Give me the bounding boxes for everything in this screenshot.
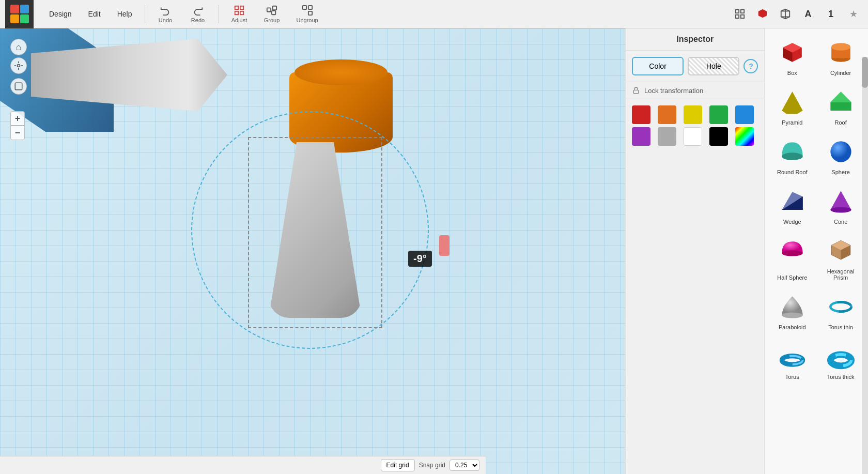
shape-item-pyramid[interactable]: Pyramid xyxy=(769,82,815,130)
shape-item-cylinder[interactable]: Cylinder xyxy=(817,33,864,80)
scrollbar[interactable] xyxy=(862,57,868,474)
edit-menu[interactable]: Edit xyxy=(82,8,107,20)
cylinder-icon xyxy=(825,37,856,68)
separator-2 xyxy=(219,5,219,23)
undo-label: Undo xyxy=(159,17,172,23)
adjust-button[interactable]: Adjust xyxy=(225,3,254,25)
sphere-icon xyxy=(825,136,856,167)
svg-rect-29 xyxy=(830,102,851,111)
color-swatch-red[interactable] xyxy=(632,105,650,124)
zoom-out-button[interactable]: − xyxy=(10,126,25,140)
color-swatch-rainbow[interactable] xyxy=(735,127,754,146)
svg-rect-19 xyxy=(633,90,638,94)
star-button[interactable]: ★ xyxy=(844,5,863,23)
right-panel: Inspector Color Hole ? Lock transformati… xyxy=(625,28,868,474)
shape-item-wedge[interactable]: Wedge xyxy=(769,181,815,229)
edit-grid-button[interactable]: Edit grid xyxy=(381,459,415,471)
hex-prism-label: Hexagonal Prism xyxy=(819,268,862,281)
shape-item-torus[interactable]: Torus xyxy=(769,337,815,384)
zoom-controls: + − xyxy=(10,111,25,140)
3d-view-button[interactable] xyxy=(753,5,772,23)
undo-button[interactable]: Undo xyxy=(151,3,180,25)
scrollbar-thumb[interactable] xyxy=(862,57,868,88)
shape-item-round-roof[interactable]: Round Roof xyxy=(769,132,815,179)
torus-thick-icon xyxy=(825,341,856,372)
svg-point-25 xyxy=(831,43,850,51)
svg-point-42 xyxy=(782,312,802,318)
shape-item-paraboloid[interactable]: Paraboloid xyxy=(769,287,815,334)
color-palette xyxy=(626,99,764,474)
cone-label: Cone xyxy=(834,219,847,225)
redo-button[interactable]: Redo xyxy=(184,3,212,25)
pyramid-label: Pyramid xyxy=(782,119,802,126)
svg-point-49 xyxy=(837,358,845,362)
separator-1 xyxy=(145,5,145,23)
shape-item-cone[interactable]: Cone xyxy=(817,181,864,229)
hex-prism-icon xyxy=(825,235,856,266)
canvas-objects: -9° xyxy=(0,28,729,474)
shape-item-roof[interactable]: Roof xyxy=(817,82,864,130)
shape-item-torus-thin[interactable]: Torus thin xyxy=(817,287,864,334)
shape-item-half-sphere[interactable]: Half Sphere xyxy=(769,231,815,285)
shapes-list: Box Cylinder Pyramid xyxy=(765,28,868,474)
svg-rect-5 xyxy=(273,6,276,10)
rotation-handle[interactable] xyxy=(439,235,450,256)
inspector-help-button[interactable]: ? xyxy=(743,59,758,73)
redo-label: Redo xyxy=(191,17,205,23)
color-swatch-white[interactable] xyxy=(684,127,702,146)
color-swatch-green[interactable] xyxy=(709,105,728,124)
round-roof-label: Round Roof xyxy=(777,169,808,175)
svg-marker-27 xyxy=(782,91,802,114)
hole-button[interactable]: Hole xyxy=(688,57,739,75)
home-view-button[interactable]: ⌂ xyxy=(10,39,27,55)
color-swatch-orange[interactable] xyxy=(658,105,676,124)
svg-point-31 xyxy=(830,141,851,162)
design-menu[interactable]: Design xyxy=(43,8,78,20)
color-swatch-gray[interactable] xyxy=(658,127,676,146)
color-swatch-black[interactable] xyxy=(709,127,728,146)
group-button[interactable]: Group xyxy=(258,3,286,25)
snap-grid-select[interactable]: 0.25 0.5 1 xyxy=(450,460,479,471)
svg-rect-12 xyxy=(736,15,739,18)
ungroup-button[interactable]: Ungroup xyxy=(290,3,324,25)
view-controls: ⌂ xyxy=(10,39,27,95)
torus-label: Torus xyxy=(785,374,799,380)
number-button[interactable]: 1 xyxy=(822,5,840,23)
lock-transform: Lock transformation xyxy=(626,82,764,99)
perspective-button[interactable] xyxy=(776,5,795,23)
torus-thin-label: Torus thin xyxy=(828,324,853,330)
color-swatch-purple[interactable] xyxy=(632,127,650,146)
grid-view-button[interactable] xyxy=(731,5,749,23)
svg-marker-28 xyxy=(830,91,851,102)
pyramid-icon xyxy=(777,86,808,117)
cylinder-label: Cylinder xyxy=(830,70,851,76)
inspector-controls: Color Hole ? xyxy=(626,51,764,82)
color-swatch-blue[interactable] xyxy=(735,105,754,124)
group-label: Group xyxy=(264,17,280,23)
shape-item-box[interactable]: Box xyxy=(769,33,815,80)
lock-transform-label: Lock transformation xyxy=(644,87,703,95)
shape-item-torus-thick[interactable]: Torus thick xyxy=(817,337,864,384)
paraboloid-label: Paraboloid xyxy=(779,324,806,330)
svg-point-17 xyxy=(18,65,20,67)
font-button[interactable]: A xyxy=(799,5,817,23)
canvas-area[interactable]: -9° ⌂ + − Edit grid Snap grid 0.25 0.5 1 xyxy=(0,28,729,474)
svg-point-37 xyxy=(782,250,802,256)
svg-rect-10 xyxy=(736,10,739,13)
zoom-in-button[interactable]: + xyxy=(10,111,25,126)
angle-indicator: -9° xyxy=(408,251,432,267)
shape-item-sphere[interactable]: Sphere xyxy=(817,132,864,179)
svg-point-30 xyxy=(782,152,802,160)
navigation-button[interactable] xyxy=(10,57,27,74)
toolbar: Design Edit Help Undo Redo Adjust xyxy=(0,0,868,28)
gray-pen-shape[interactable] xyxy=(31,39,227,111)
selected-shape[interactable] xyxy=(258,142,372,318)
color-swatch-yellow[interactable] xyxy=(684,105,702,124)
reset-view-button[interactable] xyxy=(10,78,27,95)
tinkercad-logo[interactable] xyxy=(5,0,34,28)
shape-item-hex-prism[interactable]: Hexagonal Prism xyxy=(817,231,864,285)
color-button[interactable]: Color xyxy=(632,57,684,75)
wedge-icon xyxy=(777,186,808,217)
roof-icon xyxy=(825,86,856,117)
help-menu[interactable]: Help xyxy=(111,8,138,20)
